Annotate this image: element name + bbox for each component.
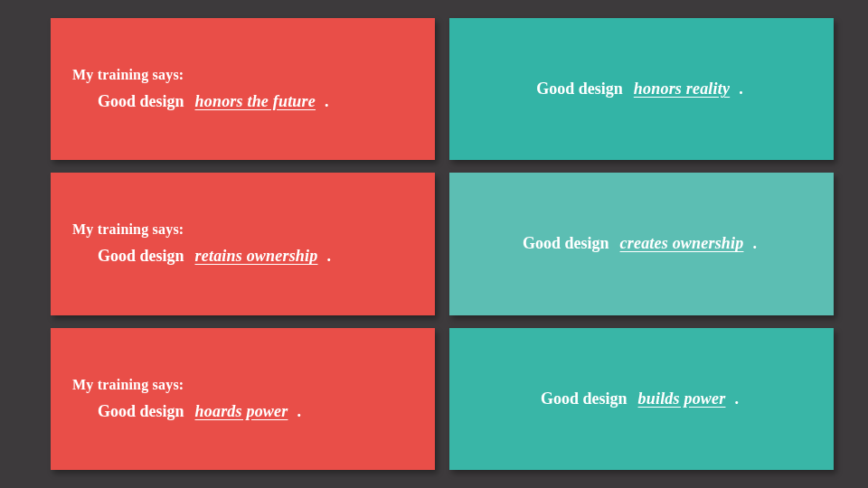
stem-text: Good design: [98, 402, 184, 421]
card-left-2: My training says: Good design retains ow…: [51, 173, 435, 314]
card-left-3: My training says: Good design hoards pow…: [51, 328, 435, 470]
card-right-1: Good design honors reality .: [449, 18, 834, 160]
statement-line: Good design honors the future .: [72, 92, 410, 111]
blank-fill: hoards power: [190, 402, 294, 421]
statement-line: Good design builds power .: [471, 389, 808, 408]
card-right-2: Good design creates ownership .: [449, 173, 834, 314]
card-left-1: My training says: Good design honors the…: [51, 18, 435, 160]
statement-line: Good design honors reality .: [471, 80, 808, 99]
stem-text: Good design: [536, 80, 623, 99]
statement-line: Good design retains ownership .: [72, 247, 410, 266]
pretitle: My training says:: [72, 221, 410, 238]
pretitle: My training says:: [72, 377, 410, 393]
blank-fill: builds power: [633, 389, 731, 408]
statement-line: Good design creates ownership .: [471, 234, 808, 253]
blank-fill: honors the future: [190, 92, 321, 111]
period: .: [325, 92, 329, 111]
stem-text: Good design: [523, 234, 609, 253]
period: .: [326, 247, 331, 266]
stem-text: Good design: [98, 92, 184, 111]
period: .: [739, 80, 743, 99]
card-right-3: Good design builds power .: [449, 328, 834, 470]
stem-text: Good design: [541, 389, 627, 408]
stem-text: Good design: [98, 247, 184, 266]
pretitle: My training says:: [72, 67, 410, 83]
blank-fill: creates ownership: [615, 234, 750, 253]
cards-grid: My training says: Good design honors the…: [0, 0, 868, 488]
blank-fill: retains ownership: [190, 247, 324, 266]
statement-line: Good design hoards power .: [72, 402, 410, 421]
period: .: [752, 234, 757, 253]
blank-fill: honors reality: [628, 80, 735, 99]
period: .: [297, 402, 301, 421]
period: .: [734, 389, 739, 408]
